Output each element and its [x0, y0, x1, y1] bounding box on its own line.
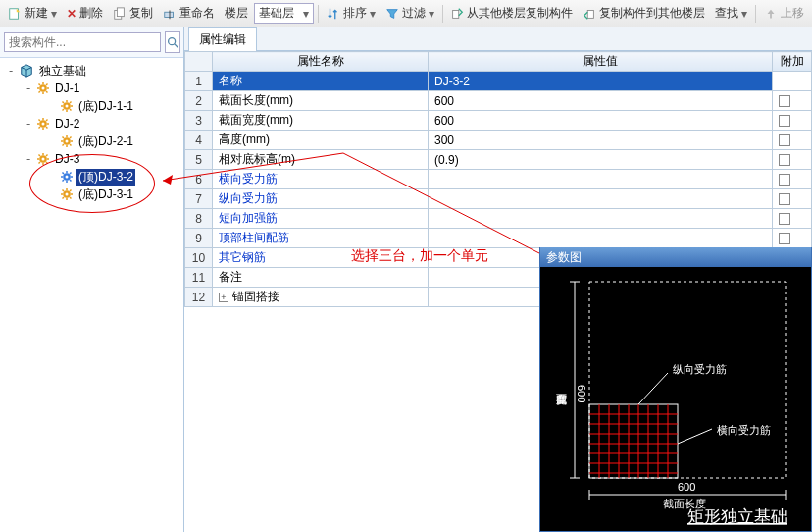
checkbox[interactable] — [779, 174, 790, 186]
property-value-cell[interactable]: 600 — [429, 111, 773, 131]
dropdown-icon: ▾ — [51, 7, 57, 21]
delete-button[interactable]: ✕ 删除 — [63, 3, 107, 24]
property-value-cell[interactable]: 600 — [429, 91, 773, 111]
property-value-cell[interactable] — [429, 189, 773, 209]
svg-line-27 — [70, 109, 72, 111]
floor-label: 楼层 — [221, 3, 252, 24]
property-name-cell[interactable]: 高度(mm) — [213, 131, 429, 150]
tree-item[interactable]: -DJ-2 — [0, 115, 183, 133]
tab-property-edit[interactable]: 属性编辑 — [188, 27, 257, 51]
property-value-cell[interactable]: DJ-3-2 — [429, 72, 773, 91]
svg-line-69 — [70, 173, 72, 175]
moveup-button[interactable]: 上移 — [760, 3, 808, 24]
checkbox[interactable] — [779, 193, 790, 205]
extra-cell — [773, 150, 812, 170]
copy-to-icon — [583, 7, 596, 21]
filter-icon — [385, 7, 399, 21]
tree-item[interactable]: (顶)DJ-3-2 — [0, 168, 183, 186]
row-number: 11 — [185, 268, 213, 288]
property-value-cell[interactable]: 300 — [429, 131, 773, 150]
floor-select[interactable]: 基础层 ▾ — [254, 3, 314, 24]
filter-button[interactable]: 过滤 ▾ — [381, 3, 438, 24]
property-name-cell[interactable]: 备注 — [213, 268, 429, 288]
svg-line-59 — [46, 155, 48, 157]
svg-line-29 — [70, 102, 72, 104]
property-name-cell[interactable]: 截面长度(mm) — [213, 91, 429, 111]
expander-icon[interactable]: - — [24, 117, 33, 131]
extra-cell — [773, 111, 812, 131]
tree-item-label: DJ-1 — [53, 81, 81, 95]
copy-to-floor-button[interactable]: 复制构件到其他楼层 — [579, 3, 709, 24]
property-name-cell[interactable]: 名称 — [213, 72, 429, 91]
component-tree: - 独立基础 -DJ-1(底)DJ-1-1-DJ-2(底)DJ-2-1-DJ-3… — [0, 58, 183, 532]
table-row[interactable]: 7纵向受力筋 — [185, 189, 812, 209]
table-row[interactable]: 2截面长度(mm)600 — [185, 91, 812, 111]
tree-root[interactable]: - 独立基础 — [0, 62, 183, 80]
tree-item[interactable]: (底)DJ-1-1 — [0, 97, 183, 115]
tree-item[interactable]: -DJ-1 — [0, 80, 183, 97]
gear-icon — [37, 153, 49, 165]
rename-button[interactable]: 重命名 — [159, 3, 219, 24]
svg-line-9 — [175, 44, 178, 48]
property-value-cell[interactable] — [429, 209, 773, 229]
property-value-cell[interactable]: (0.9) — [429, 150, 773, 170]
property-value-cell[interactable] — [429, 170, 773, 189]
table-row[interactable]: 4高度(mm)300 — [185, 131, 812, 150]
find-button[interactable]: 查找 ▾ — [711, 3, 751, 24]
separator — [755, 5, 756, 23]
gear-icon — [37, 118, 49, 130]
property-name-cell[interactable]: 相对底标高(m) — [213, 150, 429, 170]
table-row[interactable]: 3截面宽度(mm)600 — [185, 111, 812, 131]
svg-point-71 — [66, 193, 69, 196]
table-row[interactable]: 8短向加强筋 — [185, 209, 812, 229]
expander-icon[interactable]: - — [24, 152, 33, 166]
svg-line-16 — [39, 84, 41, 86]
checkbox[interactable] — [779, 233, 790, 244]
new-button[interactable]: 新建 ▾ — [4, 3, 61, 24]
copy-button[interactable]: 复制 — [109, 3, 157, 24]
tree-item[interactable]: -DJ-3 — [0, 150, 183, 168]
svg-line-48 — [63, 144, 65, 146]
svg-point-41 — [66, 140, 69, 143]
checkbox[interactable] — [779, 134, 790, 146]
property-name-cell[interactable]: +锚固搭接 — [213, 288, 429, 307]
gear-icon — [61, 188, 73, 200]
property-name-cell[interactable]: 其它钢筋 — [213, 248, 429, 268]
copy-icon — [113, 7, 127, 21]
svg-rect-4 — [165, 12, 174, 17]
checkbox[interactable] — [779, 154, 790, 166]
dropdown-icon: ▾ — [741, 7, 747, 21]
table-row[interactable]: 1名称DJ-3-2 — [185, 72, 812, 91]
dropdown-icon: ▾ — [303, 7, 309, 21]
svg-line-28 — [63, 109, 65, 111]
expand-icon[interactable]: + — [219, 293, 228, 302]
search-input[interactable] — [4, 32, 161, 52]
sort-button[interactable]: 排序 ▾ — [323, 3, 380, 24]
gear-icon — [61, 171, 73, 183]
table-row[interactable]: 6横向受力筋 — [185, 170, 812, 189]
tree-item[interactable]: (底)DJ-3-1 — [0, 186, 183, 203]
expander-icon[interactable]: - — [24, 81, 33, 95]
table-row[interactable]: 5相对底标高(m)(0.9) — [185, 150, 812, 170]
property-name-cell[interactable]: 顶部柱间配筋 — [213, 229, 429, 248]
checkbox[interactable] — [779, 95, 790, 107]
row-number: 1 — [185, 72, 213, 91]
property-name-cell[interactable]: 短向加强筋 — [213, 209, 429, 229]
search-button[interactable] — [165, 31, 180, 53]
property-name-cell[interactable]: 纵向受力筋 — [213, 189, 429, 209]
property-name-cell[interactable]: 截面宽度(mm) — [213, 111, 429, 131]
property-value-cell[interactable] — [429, 229, 773, 248]
checkbox[interactable] — [779, 115, 790, 127]
svg-line-78 — [63, 197, 65, 199]
property-name-cell[interactable]: 横向受力筋 — [213, 170, 429, 189]
svg-line-77 — [70, 197, 72, 199]
table-row[interactable]: 9顶部柱间配筋 — [185, 229, 812, 248]
svg-line-19 — [46, 84, 48, 86]
svg-text:截面宽度: 截面宽度 — [557, 394, 568, 405]
copy-from-floor-button[interactable]: 从其他楼层复制构件 — [446, 3, 577, 24]
tree-item-label: (底)DJ-1-1 — [76, 98, 135, 115]
row-number: 5 — [185, 150, 213, 170]
tree-item[interactable]: (底)DJ-2-1 — [0, 133, 183, 150]
svg-text:600: 600 — [576, 385, 587, 402]
checkbox[interactable] — [779, 213, 790, 225]
